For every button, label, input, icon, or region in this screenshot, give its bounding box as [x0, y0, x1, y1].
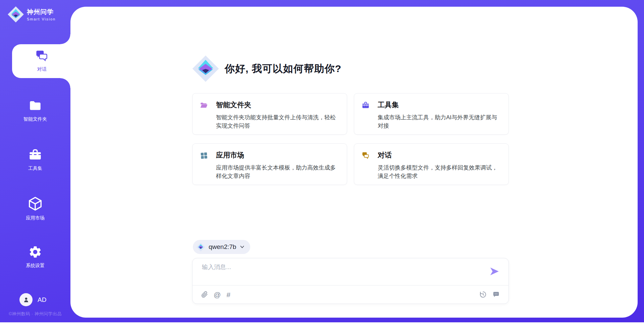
user-name: AD	[38, 296, 46, 304]
card-toolset[interactable]: 工具集 集成市场上主流工具，助力AI与外界无缝扩展与对接	[354, 93, 509, 135]
copyright: ©神州数码 · 神州问学出品	[0, 311, 70, 317]
card-app-market[interactable]: 应用市场 应用市场提供丰富长文本模板，助力高效生成多样化文章内容	[192, 143, 347, 185]
gem-logo-icon	[196, 243, 205, 252]
sidebar-item-app-market[interactable]: 应用市场	[0, 196, 70, 221]
model-selector[interactable]: qwen2:7b	[193, 240, 250, 254]
hash-icon[interactable]: #	[226, 291, 230, 298]
folder-open-icon	[200, 101, 208, 109]
greeting-text: 你好, 我可以如何帮助你?	[225, 62, 341, 76]
card-description: 应用市场提供丰富长文本模板，助力高效生成多样化文章内容	[216, 164, 339, 180]
composer-toolbar: @ #	[193, 285, 508, 304]
model-name: qwen2:7b	[209, 243, 236, 251]
card-description: 集成市场上主流工具，助力AI与外界无缝扩展与对接	[378, 113, 500, 130]
paperclip-icon[interactable]	[201, 291, 208, 298]
brand-text: 神州问学 Smart Vision	[27, 8, 56, 21]
chevron-down-icon	[239, 244, 245, 250]
comment-icon[interactable]	[492, 291, 500, 298]
brand-title: 神州问学	[27, 8, 56, 16]
avatar	[19, 293, 33, 306]
card-description: 智能文件夹功能支持批量文件上传与清洗，轻松实现文件问答	[216, 113, 339, 130]
toolbox-icon	[28, 148, 42, 162]
sidebar-item-chat[interactable]: 对话	[12, 44, 72, 78]
gear-icon	[28, 245, 42, 259]
folder-icon	[28, 99, 42, 113]
card-title: 工具集	[378, 100, 500, 110]
card-smart-folder[interactable]: 智能文件夹 智能文件夹功能支持批量文件上传与清洗，轻松实现文件问答	[192, 93, 347, 135]
history-icon[interactable]	[479, 291, 487, 298]
card-description: 灵活切换多模型文件，支持多样回复效果调试，满足个性化需求	[378, 164, 500, 180]
at-icon[interactable]: @	[214, 291, 221, 298]
main-surface: 你好, 我可以如何帮助你? 智能文件夹 智能文件夹功能支持批量文件上传与清洗，轻…	[70, 7, 638, 318]
brand-subtitle: Smart Vision	[27, 17, 56, 21]
person-icon	[22, 296, 30, 304]
card-chat[interactable]: 对话 灵活切换多模型文件，支持多样回复效果调试，满足个性化需求	[354, 143, 509, 185]
sidebar-item-label: 智能文件夹	[0, 116, 70, 122]
send-icon	[489, 266, 500, 277]
sidebar-item-label: 对话	[12, 66, 72, 72]
sidebar-item-smart-folder[interactable]: 智能文件夹	[0, 99, 70, 122]
send-button[interactable]	[489, 266, 500, 277]
sidebar: 神州问学 Smart Vision 对话 智能文件夹	[0, 0, 70, 322]
user-profile[interactable]: AD	[19, 293, 46, 306]
sidebar-item-label: 应用市场	[0, 215, 70, 221]
brand: 神州问学 Smart Vision	[7, 6, 56, 23]
card-title: 应用市场	[216, 150, 339, 160]
feature-cards: 智能文件夹 智能文件夹功能支持批量文件上传与清洗，轻松实现文件问答 工具集 集成…	[192, 93, 509, 185]
app-root: 你好, 我可以如何帮助你? 智能文件夹 智能文件夹功能支持批量文件上传与清洗，轻…	[0, 0, 644, 325]
sidebar-item-label: 工具集	[0, 166, 70, 172]
chat-bubbles-icon	[362, 151, 370, 159]
active-tab-fillet-bottom	[60, 78, 72, 88]
brand-logo-icon	[7, 6, 24, 23]
message-composer: @ #	[192, 258, 509, 304]
toolbox-icon	[362, 101, 370, 109]
card-title: 智能文件夹	[216, 100, 339, 110]
cube-icon	[28, 196, 43, 211]
chat-bubbles-icon	[35, 49, 49, 63]
sidebar-item-label: 系统设置	[0, 263, 70, 269]
sidebar-item-toolset[interactable]: 工具集	[0, 148, 70, 172]
gem-logo-icon	[192, 55, 219, 82]
active-tab-fillet-top	[60, 34, 72, 44]
sidebar-item-settings[interactable]: 系统设置	[0, 245, 70, 269]
card-title: 对话	[378, 150, 500, 160]
grid-icon	[200, 151, 208, 159]
greeting: 你好, 我可以如何帮助你?	[192, 55, 341, 82]
message-input[interactable]	[202, 263, 480, 282]
